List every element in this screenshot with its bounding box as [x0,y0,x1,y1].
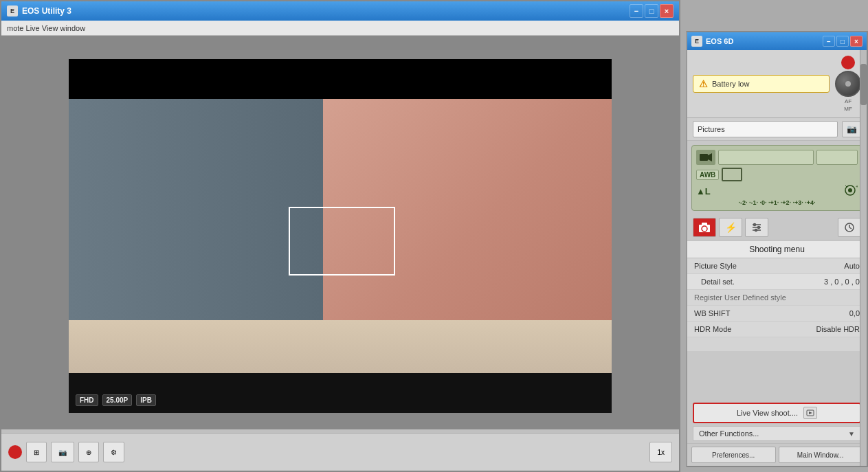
fps-badge: 25.00P [102,394,133,406]
bottom-btn-4[interactable]: ⚙ [103,442,124,462]
quality-icon: ▲L [696,186,711,196]
preferences-label: Preferences... [712,451,755,459]
screen-icon [722,168,742,181]
svg-rect-8 [702,223,707,225]
svg-marker-19 [809,412,812,414]
btn-icon-photo: 📷 [58,449,67,456]
warning-icon: ⚠ [699,78,708,89]
subtitle-text: mote Live View window [7,24,85,32]
settings-toolbar-btn[interactable] [745,218,768,237]
detail-set-row[interactable]: Detail set. 3 , 0 , 0 , 0 [687,274,867,290]
camera-status-bar: FHD 25.00P IPB [76,394,156,406]
main-live-view-window: E EOS Utility 3 − □ × mote Live View win… [0,0,680,472]
detail-set-label: Detail set. [701,278,824,286]
bottom-btn-2[interactable]: 📷 [51,442,74,462]
mode-dial[interactable] [835,71,861,97]
titlebar-controls[interactable]: − □ × [630,4,674,18]
scrollbar[interactable] [860,50,867,466]
flash-icon: ⚡ [725,222,737,233]
eos-app-icon: E [691,36,702,47]
camera-snap-btn[interactable]: 📷 [842,121,861,137]
awb-badge: AWB [696,170,719,180]
dial-area: AF MF [835,56,861,112]
picture-style-row[interactable]: Picture Style Auto [687,258,867,274]
hdr-mode-label: HDR Mode [694,325,816,333]
black-bar-top [69,59,612,99]
bottom-btn-3[interactable]: ⊕ [78,442,99,462]
wb-shift-value: 0,0 [849,309,860,317]
bottom-controls: ⊞ 📷 ⊕ ⚙ 1x [1,433,679,471]
main-window-label: Main Window... [797,451,844,459]
battery-text: Battery low [712,80,749,88]
wb-shift-row[interactable]: WB SHIFT 0,0 [687,306,867,322]
svg-text:+: + [856,184,858,189]
pictures-input[interactable] [693,121,838,137]
svg-point-3 [848,188,852,192]
display-row3: ▲L + [696,184,858,198]
eos-close-btn[interactable]: × [850,36,863,47]
eos-title-left: E EOS 6D [691,36,733,47]
exposure-bar: ·-2· ·-1· ·0· ·+1· ·+2· ·+3· ·+4· [696,199,858,206]
minimize-button[interactable]: − [630,4,643,18]
codec-badge: IPB [136,394,156,406]
wb-shift-label: WB SHIFT [694,309,849,317]
focus-box [289,207,395,276]
btn-icon-aim: ⊕ [86,449,91,456]
app-icon: E [7,5,18,16]
live-view-shoot-label: Live View shoot.... [737,409,798,417]
exposure-values: ·-2· ·-1· ·0· ·+1· ·+2· ·+3· ·+4· [738,199,815,206]
other-functions-row[interactable]: Other Functions... ▼ [693,426,861,441]
register-style-label: Register User Defined style [694,293,860,302]
hdr-mode-row[interactable]: HDR Mode Disable HDR [687,322,867,337]
battery-section: ⚠ Battery low AF MF [687,50,867,118]
camera-mode-icon: + [843,184,858,198]
resolution-badge: FHD [76,394,98,406]
shooting-menu-header: Shooting menu [687,240,867,258]
btn-icon-grid: ⊞ [34,449,39,456]
record-indicator [841,56,855,69]
subtitle-bar: mote Live View window [1,21,679,36]
eos-panel-title: EOS 6D [706,37,733,45]
live-view-content: FHD 25.00P IPB [1,36,679,429]
dropdown-arrow-icon: ▼ [848,430,855,438]
svg-rect-0 [700,154,708,161]
zoom-level: 1x [657,449,665,456]
display-box-2 [816,150,858,165]
main-window-btn[interactable]: Main Window... [779,447,863,463]
camera-toolbar-btn[interactable] [693,218,716,237]
maximize-button[interactable]: □ [645,4,658,18]
eos-maximize-btn[interactable]: □ [836,36,849,47]
eos-controls[interactable]: − □ × [823,36,863,47]
toolbar-row: ⚡ [687,215,867,240]
title-left: E EOS Utility 3 [7,5,71,16]
black-bar-bottom [69,373,612,413]
svg-marker-1 [708,153,712,161]
af-label: AF [845,98,852,104]
display-row1 [696,150,858,165]
main-titlebar: E EOS Utility 3 − □ × [1,1,679,21]
pictures-row: 📷 [687,118,867,141]
flash-toolbar-btn[interactable]: ⚡ [719,218,742,237]
action-section: Live View shoot.... Other Functions... ▼ [687,398,867,445]
svg-line-17 [849,227,852,229]
record-dot [8,445,22,459]
bottom-btn-1[interactable]: ⊞ [26,442,47,462]
dial-center [845,81,851,87]
close-button[interactable]: × [660,4,674,18]
scrollbar-thumb[interactable] [860,64,867,105]
picture-style-value: Auto [844,262,860,270]
live-view-shoot-btn[interactable]: Live View shoot.... [693,403,861,423]
clock-toolbar-btn[interactable] [838,218,861,237]
scene-floor [69,320,612,375]
video-icon [696,150,715,165]
eos-minimize-btn[interactable]: − [823,36,835,47]
display-row2: AWB [696,168,858,181]
preferences-btn[interactable]: Preferences... [691,447,776,463]
picture-style-label: Picture Style [694,262,844,270]
camera-view: FHD 25.00P IPB [69,59,612,413]
hdr-mode-value: Disable HDR [816,325,860,333]
camera-icon: 📷 [847,124,857,134]
live-view-icon-btn[interactable] [803,407,817,419]
bottom-btn-zoom[interactable]: 1x [649,442,672,462]
eos-panel: E EOS 6D − □ × ⚠ Battery low AF MF 📷 [686,31,868,467]
